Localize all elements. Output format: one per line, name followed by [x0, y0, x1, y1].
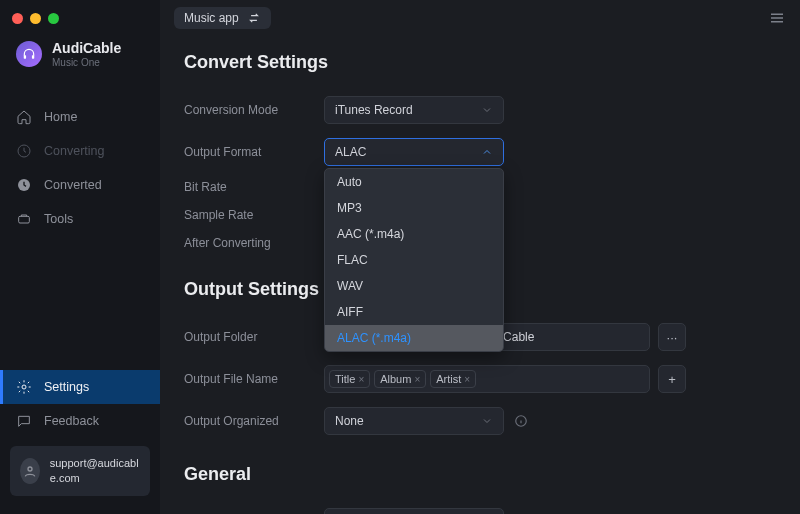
browse-folder-button[interactable]: ···	[658, 323, 686, 351]
chip-label: Music app	[184, 11, 239, 25]
row-output-filename: Output File Name Title×Album×Artist× +	[184, 358, 776, 400]
chevron-up-icon	[481, 146, 493, 158]
remove-tag-icon[interactable]: ×	[358, 374, 364, 385]
output-format-select[interactable]: ALAC	[324, 138, 504, 166]
row-output-organized: Output Organized None	[184, 400, 776, 442]
format-option[interactable]: FLAC	[325, 247, 503, 273]
sidebar: AudiCable Music One Home Converting Conv…	[0, 0, 160, 514]
converting-icon	[16, 143, 32, 159]
label-output-folder: Output Folder	[184, 330, 324, 344]
add-tag-button[interactable]: +	[658, 365, 686, 393]
format-option[interactable]: AIFF	[325, 299, 503, 325]
appearance-select[interactable]: Dark	[324, 508, 504, 514]
ellipsis-icon: ···	[667, 330, 678, 345]
label-sample-rate: Sample Rate	[184, 208, 324, 222]
feedback-icon	[16, 413, 32, 429]
select-value: iTunes Record	[335, 103, 413, 117]
sidebar-item-label: Feedback	[44, 414, 99, 428]
filename-tag[interactable]: Album×	[374, 370, 426, 388]
sidebar-item-converted[interactable]: Converted	[0, 168, 160, 202]
close-window-button[interactable]	[12, 13, 23, 24]
label-bit-rate: Bit Rate	[184, 180, 324, 194]
section-title-general: General	[184, 464, 776, 485]
music-app-chip[interactable]: Music app	[174, 7, 271, 29]
settings-content: Convert Settings Conversion Mode iTunes …	[160, 36, 800, 514]
chevron-down-icon	[481, 104, 493, 116]
minimize-window-button[interactable]	[30, 13, 41, 24]
svg-point-6	[28, 467, 32, 471]
brand: AudiCable Music One	[0, 36, 160, 78]
window-controls	[0, 0, 160, 36]
row-output-format: Output Format ALAC AutoMP3AAC (*.m4a)FLA…	[184, 131, 776, 173]
section-title-convert: Convert Settings	[184, 52, 776, 73]
svg-rect-1	[32, 55, 34, 59]
sidebar-item-feedback[interactable]: Feedback	[0, 404, 160, 438]
select-value: ALAC	[335, 145, 366, 159]
converted-icon	[16, 177, 32, 193]
format-option[interactable]: Auto	[325, 169, 503, 195]
format-option[interactable]: MP3	[325, 195, 503, 221]
sidebar-item-label: Converting	[44, 144, 104, 158]
tag-label: Artist	[436, 373, 461, 385]
label-output-filename: Output File Name	[184, 372, 324, 386]
sidebar-item-tools[interactable]: Tools	[0, 202, 160, 236]
output-organized-select[interactable]: None	[324, 407, 504, 435]
label-output-format: Output Format	[184, 145, 324, 159]
format-option[interactable]: AAC (*.m4a)	[325, 221, 503, 247]
label-after-converting: After Converting	[184, 236, 324, 250]
brand-subtitle: Music One	[52, 57, 121, 68]
sidebar-item-label: Home	[44, 110, 77, 124]
label-conversion-mode: Conversion Mode	[184, 103, 324, 117]
sidebar-item-settings[interactable]: Settings	[0, 370, 160, 404]
conversion-mode-select[interactable]: iTunes Record	[324, 96, 504, 124]
format-option[interactable]: ALAC (*.m4a)	[325, 325, 503, 351]
select-value: None	[335, 414, 364, 428]
sidebar-item-label: Converted	[44, 178, 102, 192]
label-output-organized: Output Organized	[184, 414, 324, 428]
support-card[interactable]: support@audicable.com	[10, 446, 150, 496]
nav-primary: Home Converting Converted Tools Settings	[0, 100, 160, 514]
sidebar-item-home[interactable]: Home	[0, 100, 160, 134]
info-icon[interactable]	[514, 414, 528, 428]
remove-tag-icon[interactable]: ×	[464, 374, 470, 385]
app-root: AudiCable Music One Home Converting Conv…	[0, 0, 800, 514]
filename-tag[interactable]: Artist×	[430, 370, 476, 388]
menu-icon[interactable]	[768, 9, 786, 27]
plus-icon: +	[668, 372, 676, 387]
user-icon	[20, 458, 40, 484]
topbar: Music app	[160, 0, 800, 36]
row-conversion-mode: Conversion Mode iTunes Record	[184, 89, 776, 131]
chevron-down-icon	[481, 415, 493, 427]
format-option[interactable]: WAV	[325, 273, 503, 299]
row-appearance: Appearance Dark	[184, 501, 776, 514]
svg-point-5	[22, 385, 26, 389]
brand-logo-icon	[16, 41, 42, 67]
home-icon	[16, 109, 32, 125]
filename-tag-input[interactable]: Title×Album×Artist×	[324, 365, 650, 393]
sidebar-item-label: Tools	[44, 212, 73, 226]
sidebar-item-label: Settings	[44, 380, 89, 394]
filename-tag[interactable]: Title×	[329, 370, 370, 388]
svg-rect-0	[24, 55, 26, 59]
gear-icon	[16, 379, 32, 395]
support-email: support@audicable.com	[50, 456, 140, 486]
tag-label: Album	[380, 373, 411, 385]
remove-tag-icon[interactable]: ×	[414, 374, 420, 385]
svg-rect-4	[19, 216, 30, 223]
tag-label: Title	[335, 373, 355, 385]
sidebar-item-converting[interactable]: Converting	[0, 134, 160, 168]
main-panel: Music app Convert Settings Conversion Mo…	[160, 0, 800, 514]
swap-icon	[247, 11, 261, 25]
output-format-dropdown: AutoMP3AAC (*.m4a)FLACWAVAIFFALAC (*.m4a…	[324, 168, 504, 352]
brand-name: AudiCable	[52, 40, 121, 56]
tools-icon	[16, 211, 32, 227]
maximize-window-button[interactable]	[48, 13, 59, 24]
